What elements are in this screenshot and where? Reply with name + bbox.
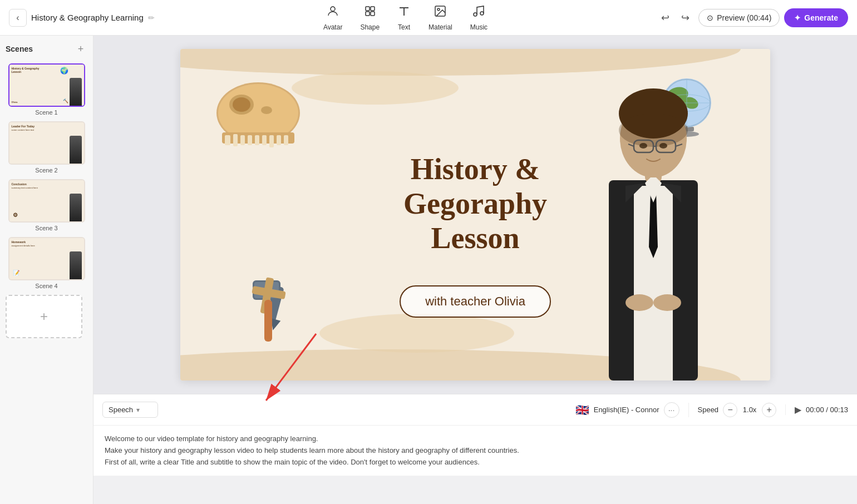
scene-thumb-3[interactable]: Conclusionsummary text content here ⚙ (8, 179, 85, 223)
speed-value: 1.0x (742, 406, 757, 414)
scene-thumb-inner-2: Leader For Todaysome content here text (9, 122, 84, 164)
svg-point-14 (233, 97, 250, 112)
tool-text[interactable]: Text (397, 4, 411, 31)
svg-point-15 (261, 106, 272, 114)
play-button[interactable]: ▶ (795, 404, 801, 415)
scene-thumb-1[interactable]: History & GeographyLesson Olivia 🌍 🔨 (8, 63, 85, 107)
scene-thumb-2[interactable]: Leader For Todaysome content here text (8, 121, 85, 165)
svg-rect-4 (371, 12, 375, 16)
scene-thumb-inner-1: History & GeographyLesson Olivia 🌍 🔨 (9, 65, 84, 106)
scene-label-2: Scene 2 (35, 167, 57, 174)
undo-button[interactable]: ↩ (656, 9, 674, 27)
bottom-bar: Speech ▾ 🇬🇧 English(IE) - Connor ··· Spe… (93, 394, 857, 425)
svg-point-48 (625, 294, 653, 311)
svg-rect-20 (248, 135, 252, 145)
speech-text-line1: Welcome to our video template for histor… (105, 433, 846, 445)
blob-mid-bottom (319, 314, 514, 353)
svg-rect-3 (366, 12, 370, 16)
preview-play-icon: ⊙ (707, 13, 713, 22)
svg-point-8 (437, 8, 440, 11)
speed-control: Speed − 1.0x + (688, 403, 777, 417)
speech-text-line3: First of all, write a clear Title and su… (105, 457, 846, 468)
svg-point-10 (480, 12, 484, 15)
svg-rect-23 (269, 135, 274, 147)
material-label: Material (428, 23, 452, 31)
topbar-tools: Avatar Shape Text (159, 4, 652, 31)
topbar-right: ↩ ↪ ⊙ Preview (00:44) ✦ Generate (656, 8, 848, 27)
canvas-region: History & Gegoraphy Lesson with teacher … (93, 36, 857, 394)
svg-rect-1 (366, 7, 370, 11)
topbar: ‹ History & Geography Learning ✏ Avatar … (0, 0, 857, 36)
svg-point-53 (619, 113, 688, 147)
topbar-left: ‹ History & Geography Learning ✏ (9, 9, 155, 27)
edit-icon[interactable]: ✏ (148, 13, 155, 22)
sidebar-header: Scenes + (6, 42, 87, 56)
scene-item-3[interactable]: Conclusionsummary text content here ⚙ Sc… (6, 179, 87, 231)
avatar-icon (326, 4, 339, 21)
redo-button[interactable]: ↪ (676, 9, 694, 27)
add-scene-plus-icon: + (40, 309, 48, 324)
tool-avatar[interactable]: Avatar (323, 4, 342, 31)
shape-label: Shape (360, 23, 380, 31)
speech-dropdown[interactable]: Speech ▾ (102, 402, 158, 418)
scene-item-1[interactable]: History & GeographyLesson Olivia 🌍 🔨 Sce… (6, 63, 87, 116)
svg-rect-19 (240, 135, 245, 145)
language-selector[interactable]: 🇬🇧 English(IE) - Connor ··· (575, 402, 679, 418)
shape-icon (363, 4, 377, 21)
canvas-area: History & Gegoraphy Lesson with teacher … (93, 36, 857, 504)
generate-button[interactable]: ✦ Generate (784, 8, 848, 27)
undo-redo-group: ↩ ↪ (656, 9, 694, 27)
svg-rect-2 (371, 7, 375, 11)
canvas[interactable]: History & Gegoraphy Lesson with teacher … (180, 49, 770, 381)
teacher-avatar (536, 58, 770, 381)
dino-skull (211, 80, 306, 163)
blob-mid-top (292, 71, 459, 105)
tool-material[interactable]: Material (428, 4, 452, 31)
tool-music[interactable]: Music (470, 4, 487, 31)
tool-shape[interactable]: Shape (360, 4, 380, 31)
speech-text-line2: Make your history and geography lesson v… (105, 445, 846, 457)
scene-thumb-inner-3: Conclusionsummary text content here ⚙ (9, 180, 84, 221)
playback-control: ▶ 00:00 / 00:13 (785, 404, 848, 415)
scene-label-4: Scene 4 (35, 283, 57, 289)
avatar-label: Avatar (323, 23, 342, 31)
sidebar: Scenes + History & GeographyLesson Olivi… (0, 36, 93, 504)
language-label: English(IE) - Connor (594, 406, 659, 414)
scene-item-4[interactable]: Homeworkassignment details here 📝 Scene … (6, 237, 87, 289)
hammer (222, 272, 306, 344)
add-scene-header-button[interactable]: + (74, 42, 87, 56)
teacher-badge-text: with teacher Olivia (425, 294, 525, 308)
generate-label: Generate (804, 13, 838, 22)
svg-rect-25 (284, 135, 288, 145)
add-scene-card[interactable]: + (6, 295, 82, 338)
scene-item-2[interactable]: Leader For Todaysome content here text S… (6, 121, 87, 174)
scene-label-3: Scene 3 (35, 225, 57, 231)
scene-thumb-4[interactable]: Homeworkassignment details here 📝 (8, 237, 85, 280)
text-label: Text (398, 23, 410, 31)
language-more-button[interactable]: ··· (664, 402, 679, 418)
material-icon (434, 4, 447, 21)
scenes-label: Scenes (6, 45, 33, 53)
svg-rect-18 (233, 134, 238, 146)
svg-point-9 (474, 13, 477, 16)
preview-button[interactable]: ⊙ Preview (00:44) (698, 9, 780, 27)
preview-label: Preview (00:44) (717, 13, 771, 22)
svg-rect-17 (225, 135, 230, 145)
music-icon (472, 4, 485, 21)
back-button[interactable]: ‹ (9, 9, 27, 27)
scene-thumb-inner-4: Homeworkassignment details here 📝 (9, 238, 84, 279)
svg-rect-22 (262, 135, 267, 145)
svg-rect-21 (255, 135, 259, 145)
speed-decrease-button[interactable]: − (723, 403, 737, 417)
time-display: 00:00 / 00:13 (806, 406, 848, 414)
speech-dropdown-arrow: ▾ (136, 406, 140, 414)
speech-label: Speech (109, 406, 133, 414)
project-title: History & Geography Learning (31, 13, 144, 22)
svg-point-49 (653, 294, 681, 311)
svg-point-0 (331, 7, 335, 11)
flag-icon: 🇬🇧 (575, 403, 589, 417)
canvas-wrapper[interactable]: History & Gegoraphy Lesson with teacher … (93, 36, 857, 394)
badge-pill: with teacher Olivia (400, 285, 551, 318)
speech-text-area[interactable]: Welcome to our video template for histor… (93, 425, 857, 476)
speed-increase-button[interactable]: + (762, 403, 776, 417)
